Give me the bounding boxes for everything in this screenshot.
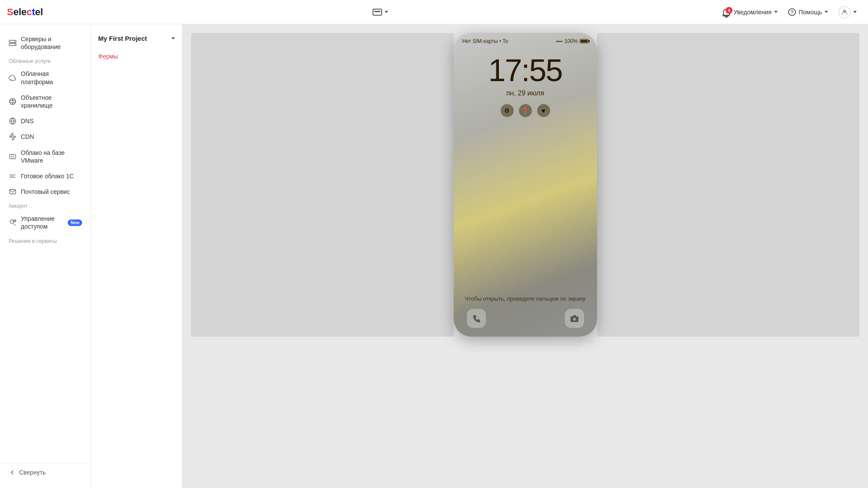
bell-icon: 8: [722, 8, 731, 16]
phone-area: Нет SIM-карты • То •••• 100% 17:55 пн, 2…: [191, 33, 859, 479]
mail-icon: [9, 188, 17, 196]
billing-button[interactable]: [368, 6, 393, 18]
notifications-label: Уведомления: [733, 9, 772, 16]
sidebar-item-cdn[interactable]: CDN: [0, 129, 91, 144]
sidebar-item-cdn-label: CDN: [21, 133, 34, 141]
sub-nav-fermy-label: Фермы: [98, 53, 118, 60]
sidebar-item-mail-label: Почтовый сервис: [21, 188, 70, 196]
sidebar-solutions-section-label: Решения и сервисы: [0, 235, 91, 246]
billing-chevron-icon: [385, 11, 388, 13]
sidebar-item-dns-label: DNS: [21, 117, 34, 125]
phone-widgets: ⚙ 📍 ♥: [501, 104, 550, 117]
vmware-icon: [9, 153, 17, 160]
phone-bg-right: [597, 33, 860, 337]
user-chevron-icon: [853, 11, 857, 13]
sidebar-item-1c-label: Готовое облако 1С: [21, 172, 74, 180]
collapse-arrow-icon: [9, 469, 16, 476]
sub-nav-fermy[interactable]: Фермы: [91, 49, 182, 64]
phone-bg-left: [191, 33, 454, 337]
phone-widget-gear-icon: ⚙: [501, 104, 514, 117]
phone-date: пн, 29 июля: [506, 89, 544, 97]
sidebar-collapse-label: Свернуть: [19, 469, 46, 476]
svg-rect-19: [10, 190, 16, 194]
svg-point-10: [12, 136, 14, 138]
phone-unlock-text: Чтобы открыть, проведите пальцем по экра…: [465, 295, 586, 302]
sidebar-item-vmware-label: Облако на базе VMware: [21, 149, 82, 164]
help-button[interactable]: ? Помощь: [784, 6, 832, 19]
phone-widget-heart-icon: ♥: [537, 104, 550, 117]
access-icon: [9, 219, 17, 226]
help-chevron-icon: [825, 11, 828, 13]
phone-screen: Нет SIM-карты • То •••• 100% 17:55 пн, 2…: [454, 33, 597, 337]
phone-status-left: Нет SIM-карты • То: [462, 38, 508, 44]
svg-point-3: [14, 41, 15, 42]
header-right: 8 Уведомления ? Помощь: [718, 3, 861, 21]
sidebar-item-vmware[interactable]: Облако на базе VMware: [0, 145, 91, 168]
header: Selectel 8 Уведомления ? Помощь: [0, 0, 868, 24]
sidebar-item-servers[interactable]: Серверы и оборудование: [0, 31, 91, 55]
project-selector[interactable]: My First Project: [91, 31, 182, 49]
sidebar-item-object-storage-label: Объектное хранилище: [21, 94, 82, 109]
sidebar-item-mail[interactable]: Почтовый сервис: [0, 184, 91, 200]
cloud-icon: [9, 74, 17, 82]
help-label: Помощь: [799, 9, 822, 16]
phone-status-bar: Нет SIM-карты • То •••• 100%: [454, 33, 597, 46]
sidebar-account-section-label: Аккаунт: [0, 200, 91, 211]
phone-signal-icon: ••••: [556, 39, 562, 44]
svg-point-4: [14, 44, 15, 45]
sidebar-item-access-label: Управление доступом: [21, 215, 62, 230]
svg-point-25: [573, 318, 575, 321]
notifications-button[interactable]: 8 Уведомления: [718, 5, 782, 19]
phone-time: 17:55: [488, 55, 562, 86]
phone-frame: Нет SIM-карты • То •••• 100% 17:55 пн, 2…: [454, 33, 597, 337]
user-avatar-icon: [838, 6, 851, 18]
phone-widget-location-icon: 📍: [519, 104, 532, 117]
sidebar-collapse-button[interactable]: Свернуть: [0, 463, 91, 481]
phone-status-right: •••• 100%: [556, 38, 588, 44]
svg-point-20: [10, 220, 13, 223]
object-storage-icon: [9, 98, 17, 105]
sidebar-cloud-section-label: Облачные услуги: [0, 55, 91, 66]
main-layout: Серверы и оборудование Облачные услуги О…: [0, 24, 868, 488]
project-chevron-icon: [172, 37, 175, 39]
sidebar-item-cloud-platform[interactable]: Облачная платформа: [0, 66, 91, 89]
dns-icon: [9, 117, 17, 125]
sidebar-item-cloud-platform-label: Облачная платформа: [21, 70, 82, 85]
phone-phone-icon: [467, 309, 486, 328]
phone-bottom-icons: [454, 309, 597, 328]
sub-sidebar: My First Project Фермы: [91, 24, 182, 488]
sidebar-item-object-storage[interactable]: Объектное хранилище: [0, 90, 91, 113]
sidebar-item-servers-label: Серверы и оборудование: [21, 35, 82, 51]
onec-icon: 1С: [9, 172, 17, 180]
cdn-icon: [9, 133, 17, 141]
phone-battery-label: 100%: [564, 38, 578, 44]
access-new-badge: New: [68, 219, 82, 226]
sidebar: Серверы и оборудование Облачные услуги О…: [0, 24, 91, 488]
main-content: Нет SIM-карты • То •••• 100% 17:55 пн, 2…: [182, 24, 868, 488]
phone-camera-icon: [565, 309, 584, 328]
sidebar-item-access[interactable]: Управление доступом New: [0, 211, 91, 234]
sidebar-item-1c[interactable]: 1С Готовое облако 1С: [0, 168, 91, 184]
user-button[interactable]: [834, 3, 861, 21]
help-icon: ?: [788, 8, 796, 16]
header-center: [368, 6, 393, 18]
server-icon: [9, 39, 17, 47]
notifications-badge: 8: [726, 7, 733, 14]
sidebar-item-dns[interactable]: DNS: [0, 113, 91, 129]
notifications-chevron-icon: [774, 11, 778, 13]
svg-rect-26: [573, 315, 576, 317]
logo: Selectel: [7, 7, 43, 18]
project-name: My First Project: [98, 35, 147, 42]
billing-icon: [373, 9, 382, 16]
phone-battery-icon: [580, 39, 588, 43]
